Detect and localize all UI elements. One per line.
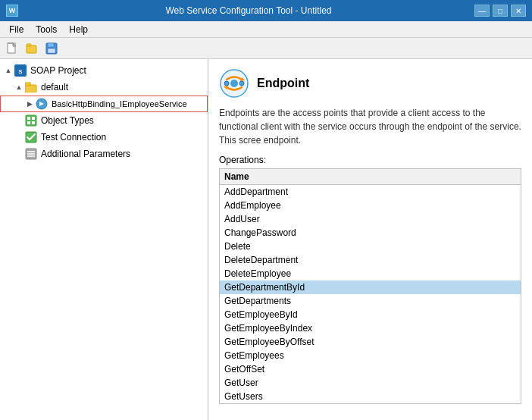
expand-icon-soap: ▲ bbox=[3, 65, 14, 76]
maximize-button[interactable]: □ bbox=[493, 5, 508, 17]
endpoint-tree-icon bbox=[35, 97, 49, 111]
minimize-button[interactable]: — bbox=[474, 5, 490, 17]
expand-icon-test bbox=[14, 132, 24, 143]
svg-rect-4 bbox=[27, 44, 31, 46]
expand-icon-binding: ▶ bbox=[24, 99, 35, 109]
open-button[interactable] bbox=[23, 40, 41, 57]
svg-rect-7 bbox=[48, 49, 55, 53]
menu-bar: File Tools Help bbox=[0, 21, 532, 38]
endpoint-large-icon bbox=[219, 68, 249, 99]
tree-item-test-connection[interactable]: Test Connection bbox=[0, 129, 208, 146]
object-types-icon bbox=[24, 114, 38, 127]
toolbar bbox=[0, 38, 532, 59]
object-types-label: Object Types bbox=[41, 115, 94, 126]
menu-file[interactable]: File bbox=[3, 23, 30, 36]
additional-params-icon bbox=[24, 147, 38, 161]
operation-row[interactable]: GetEmployeeByIndex bbox=[220, 321, 521, 335]
operations-column-header: Name bbox=[220, 169, 521, 185]
endpoint-header: Endpoint bbox=[219, 68, 521, 99]
test-connection-label: Test Connection bbox=[41, 132, 106, 143]
svg-point-26 bbox=[230, 80, 238, 87]
svg-rect-15 bbox=[32, 117, 35, 120]
operation-row[interactable]: AddEmployee bbox=[220, 199, 521, 212]
svg-rect-16 bbox=[27, 121, 30, 124]
save-button[interactable] bbox=[42, 40, 61, 57]
operation-row[interactable]: GetUser bbox=[220, 376, 521, 390]
menu-help[interactable]: Help bbox=[63, 23, 94, 36]
folder-icon bbox=[24, 80, 38, 94]
tree-item-soap-project[interactable]: ▲ S SOAP Project bbox=[0, 62, 208, 79]
endpoint-description: Endpoints are the access points that pro… bbox=[219, 106, 521, 147]
operations-label: Operations: bbox=[219, 155, 521, 165]
operation-row[interactable]: GetEmployees bbox=[220, 349, 521, 362]
svg-rect-17 bbox=[32, 121, 35, 124]
soap-project-label: SOAP Project bbox=[30, 65, 86, 76]
operation-row[interactable]: AddDepartment bbox=[220, 185, 521, 199]
default-label: default bbox=[41, 82, 68, 92]
additional-params-label: Additional Parameters bbox=[41, 149, 130, 159]
expand-icon-object-types bbox=[14, 115, 24, 126]
expand-icon-params bbox=[14, 149, 24, 159]
operation-row[interactable]: ChangePassword bbox=[220, 226, 521, 240]
operation-row[interactable]: GetEmployeeByOffset bbox=[220, 335, 521, 349]
operation-row[interactable]: AddUser bbox=[220, 212, 521, 226]
operation-row[interactable]: DeleteEmployee bbox=[220, 267, 521, 281]
svg-text:S: S bbox=[18, 68, 23, 75]
test-connection-icon bbox=[24, 130, 38, 144]
title-bar-text: Web Service Configuration Tool - Untitle… bbox=[23, 5, 474, 16]
svg-rect-6 bbox=[48, 43, 54, 47]
svg-point-28 bbox=[239, 81, 244, 86]
tree-item-default[interactable]: ▲ default bbox=[0, 79, 208, 96]
svg-rect-11 bbox=[25, 83, 30, 86]
operations-table: Name AddDepartmentAddEmployeeAddUserChan… bbox=[219, 168, 521, 404]
main-layout: ▲ S SOAP Project ▲ default ▶ bbox=[0, 59, 532, 420]
operations-list: AddDepartmentAddEmployeeAddUserChangePas… bbox=[220, 185, 521, 403]
soap-icon: S bbox=[14, 64, 27, 77]
tree-item-binding[interactable]: ▶ BasicHttpBinding_IEmployeeService bbox=[0, 96, 208, 112]
operation-row[interactable]: GetOffSet bbox=[220, 362, 521, 376]
operation-row[interactable]: DeleteDepartment bbox=[220, 253, 521, 267]
operation-row[interactable]: GetUsers bbox=[220, 390, 521, 403]
close-button[interactable]: ✕ bbox=[511, 5, 526, 17]
operation-row[interactable]: GetDepartmentById bbox=[220, 281, 521, 294]
svg-point-27 bbox=[224, 81, 229, 86]
svg-rect-14 bbox=[27, 117, 30, 120]
left-panel: ▲ S SOAP Project ▲ default ▶ bbox=[0, 59, 208, 420]
operation-row[interactable]: Delete bbox=[220, 240, 521, 253]
right-panel: Endpoint Endpoints are the access points… bbox=[208, 59, 532, 420]
title-bar: W Web Service Configuration Tool - Untit… bbox=[0, 0, 532, 21]
svg-rect-13 bbox=[26, 115, 36, 126]
new-button[interactable] bbox=[3, 40, 21, 57]
operation-row[interactable]: GetEmployeeById bbox=[220, 308, 521, 321]
menu-tools[interactable]: Tools bbox=[30, 23, 63, 36]
endpoint-title: Endpoint bbox=[257, 77, 309, 90]
binding-label: BasicHttpBinding_IEmployeeService bbox=[52, 99, 187, 108]
expand-icon-default: ▲ bbox=[14, 82, 24, 92]
title-bar-buttons: — □ ✕ bbox=[474, 5, 526, 17]
app-icon: W bbox=[6, 5, 18, 17]
tree-item-object-types[interactable]: Object Types bbox=[0, 112, 208, 129]
operation-row[interactable]: GetDepartments bbox=[220, 294, 521, 308]
tree-item-additional-params[interactable]: Additional Parameters bbox=[0, 146, 208, 162]
